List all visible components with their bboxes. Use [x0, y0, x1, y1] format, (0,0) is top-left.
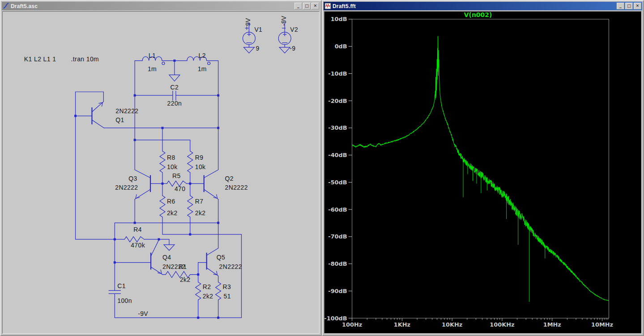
junction-dot: [114, 238, 116, 240]
value-R4[interactable]: 470k: [131, 242, 145, 249]
junction-dot: [217, 127, 219, 129]
plot-axes[interactable]: 10dB0dB-10dB-20dB-30dB-40dB-50dB-60dB-70…: [324, 16, 613, 328]
maximize-button[interactable]: □: [303, 3, 311, 9]
y-tick-label: -10dB: [328, 70, 347, 77]
label-R8[interactable]: R8: [167, 154, 175, 161]
junction-dot: [173, 60, 175, 62]
value-R1[interactable]: 2k2: [180, 276, 191, 283]
label-Q2[interactable]: Q2: [225, 175, 234, 182]
close-button[interactable]: ✕: [634, 3, 641, 9]
trace-label[interactable]: V(n002): [464, 12, 492, 18]
x-tick-label: 1KHz: [394, 321, 410, 328]
y-tick-label: -50dB: [328, 179, 347, 186]
value-R6[interactable]: 2k2: [167, 209, 178, 217]
schematic-window-controls: _ □ ✕: [294, 3, 319, 9]
fft-plot-area[interactable]: 10dB0dB-10dB-20dB-30dB-40dB-50dB-60dB-70…: [324, 11, 642, 334]
resistor-R7-body: [188, 196, 193, 217]
junction-dot: [158, 238, 160, 240]
junction-dot: [134, 94, 136, 97]
label-Q1[interactable]: Q1: [115, 116, 124, 123]
value-C2[interactable]: 220n: [167, 100, 182, 107]
value-Q1[interactable]: 2N2222: [115, 107, 138, 115]
directive-tran[interactable]: .tran 10m: [71, 55, 99, 63]
value-Q2[interactable]: 2N2222: [225, 184, 248, 191]
schematic-canvas[interactable]: K1 L2 L1 1.tran 10mL11mL21mC2220n2N2222Q…: [2, 11, 320, 334]
fft-trace-line[interactable]: [352, 36, 609, 301]
value-R9[interactable]: 10k: [195, 163, 206, 170]
label-C2[interactable]: C2: [171, 84, 179, 91]
schematic-titlebar[interactable]: Draft5.asc _ □ ✕: [2, 2, 320, 10]
label-R5[interactable]: R5: [172, 172, 181, 179]
label-R6[interactable]: R6: [167, 198, 175, 205]
resistor-R2-body: [196, 282, 201, 300]
label-V1[interactable]: V1: [254, 26, 262, 33]
wire-segments: [76, 23, 285, 318]
resistor-R9-body: [188, 151, 193, 173]
label-R9[interactable]: R9: [195, 154, 204, 161]
value-V2[interactable]: -9: [290, 45, 295, 52]
junction-dot: [217, 317, 219, 319]
value-R5[interactable]: 470: [175, 185, 185, 192]
transistor-base-bars: [92, 107, 206, 269]
label-R2[interactable]: R2: [203, 283, 211, 290]
minimize-button[interactable]: _: [617, 3, 624, 9]
ltspice-app-icon: [3, 3, 9, 9]
value-L2[interactable]: 1m: [198, 65, 207, 72]
value-L1[interactable]: 1m: [148, 65, 157, 72]
inductor-L1-phase-dot: [162, 62, 165, 65]
label-Q3[interactable]: Q3: [128, 175, 137, 182]
plot-trace-group[interactable]: [352, 36, 609, 302]
y-tick-label: -80dB: [328, 260, 347, 267]
junction-dots: [74, 60, 219, 319]
label-R1[interactable]: R1: [179, 263, 187, 270]
label-L1[interactable]: L1: [149, 52, 156, 59]
fft-titlebar[interactable]: Draft5.fft _ □ ✕: [324, 2, 642, 10]
y-tick-label: -100dB: [324, 315, 347, 322]
label-V2[interactable]: V2: [290, 26, 298, 33]
waveform-doc-icon: [324, 3, 331, 9]
ground-symbols: [164, 47, 290, 251]
transistors[interactable]: [92, 102, 217, 275]
value-R2[interactable]: 2k2: [203, 293, 213, 300]
x-tick-label: 100KHz: [490, 321, 514, 328]
value-R3[interactable]: 51: [224, 293, 231, 300]
fft-plot[interactable]: 10dB0dB-10dB-20dB-30dB-40dB-50dB-60dB-70…: [324, 12, 641, 333]
value-R7[interactable]: 2k2: [195, 209, 206, 217]
minimize-button[interactable]: _: [294, 3, 302, 9]
label-R3[interactable]: R3: [223, 283, 231, 290]
x-tick-label: 10MHz: [591, 321, 613, 328]
value-C1[interactable]: 100n: [117, 297, 132, 304]
net-label-V2[interactable]: -9V: [280, 16, 287, 26]
junction-dot: [217, 222, 219, 224]
y-tick-label: -40dB: [328, 152, 347, 158]
source-polarity-marks: [245, 26, 287, 43]
schematic-window-title: Draft5.asc: [11, 3, 293, 9]
value-V1[interactable]: 9: [256, 45, 259, 52]
wires: [76, 23, 285, 318]
voltage-sources[interactable]: [243, 26, 291, 45]
label-L2[interactable]: L2: [199, 52, 206, 59]
value-R8[interactable]: 10k: [167, 163, 178, 170]
directive-coupling[interactable]: K1 L2 L1 1: [24, 55, 56, 63]
junction-dot: [161, 183, 163, 185]
label-R4[interactable]: R4: [133, 226, 142, 233]
x-tick-label: 10KHz: [442, 321, 462, 328]
y-tick-label: -30dB: [328, 124, 347, 131]
fft-window-controls: _ □ ✕: [617, 3, 641, 9]
junction-dot: [217, 94, 219, 97]
maximize-button[interactable]: □: [625, 3, 633, 9]
label-Q5[interactable]: Q5: [217, 254, 225, 261]
value-Q5[interactable]: 2N2222: [219, 263, 242, 270]
y-tick-label: 10dB: [331, 16, 347, 22]
close-button[interactable]: ✕: [311, 3, 319, 9]
label-C1[interactable]: C1: [117, 282, 126, 289]
label-R7[interactable]: R7: [195, 198, 204, 205]
plot-title-group: V(n002): [464, 12, 492, 18]
schematic-drawing[interactable]: K1 L2 L1 1.tran 10mL11mL21mC2220n2N2222Q…: [3, 12, 319, 333]
y-tick-label: -70dB: [328, 233, 347, 240]
value-Q3[interactable]: 2N2222: [115, 184, 138, 191]
fft-window-title: Draft5.fft: [333, 3, 615, 9]
label-Q4[interactable]: Q4: [162, 254, 171, 261]
net-label-V1[interactable]: 9V: [244, 18, 252, 26]
net-label-neg9v[interactable]: -9V: [138, 310, 148, 317]
